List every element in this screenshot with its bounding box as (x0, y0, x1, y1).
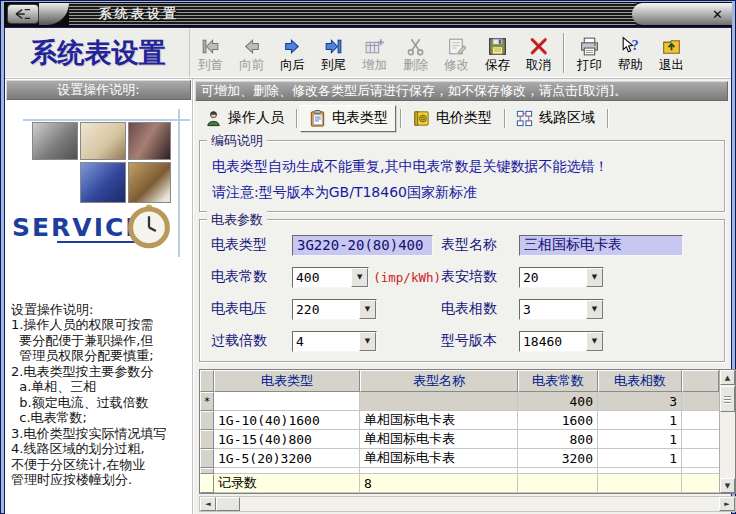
horizontal-scroll-track[interactable] (240, 497, 719, 511)
toolbar: 系统表设置 到首 向前 向后 (5, 28, 731, 79)
cell-filler (682, 430, 719, 449)
cell-model-name[interactable] (360, 392, 518, 411)
instruction-line: 管理时应按楼幢划分. (11, 472, 192, 488)
row-selector[interactable] (200, 430, 214, 449)
main-panel: 可增加、删除、修改各类型后请进行保存，如不保存修改，请点击[取消]。 操作人员 … (193, 79, 731, 514)
scroll-down-icon[interactable]: ▼ (720, 478, 735, 493)
instruction-line: 不便于分区统计,在物业 (11, 457, 192, 473)
meter-type-icon (308, 109, 327, 128)
last-icon (322, 35, 345, 58)
vertical-scrollbar[interactable]: ▲ ▼ (719, 370, 735, 493)
cell-constant[interactable]: 800 (518, 430, 598, 449)
grid-footer-row: 记录数 8 (200, 474, 719, 493)
phases-combo-arrow-icon[interactable]: ▼ (586, 300, 603, 319)
row-selector[interactable]: * (200, 392, 214, 411)
cell-filler (682, 449, 719, 468)
tab-button[interactable]: 电价类型 (405, 106, 499, 131)
toolbar-button[interactable]: ? 帮助 (610, 34, 651, 73)
toolbar-button[interactable]: 增加 (354, 34, 395, 73)
cell-constant[interactable]: 3200 (518, 449, 598, 468)
voltage-combo-arrow-icon[interactable]: ▼ (359, 300, 376, 319)
cell-phases[interactable]: 1 (598, 449, 682, 468)
table-row[interactable]: * 400 3 (200, 392, 719, 411)
toolbar-button-label: 到首 (198, 58, 223, 72)
cell-meter-type[interactable] (214, 392, 360, 411)
cell-filler (682, 392, 719, 411)
toolbar-button[interactable]: 保存 (477, 34, 518, 73)
line-area-icon (515, 109, 534, 128)
help-icon: ? (619, 35, 642, 58)
toolbar-nav-buttons: 到首 向前 向后 到尾 (190, 34, 559, 73)
cell-phases[interactable]: 1 (598, 411, 682, 430)
toolbar-button[interactable]: 打印 (569, 34, 610, 73)
toolbar-button[interactable]: 退出 (651, 34, 692, 73)
delete-icon (404, 35, 427, 58)
constant-combo[interactable]: 400 ▼ (292, 267, 369, 288)
row-selector[interactable] (200, 411, 214, 430)
phases-combo[interactable]: 3 ▼ (519, 299, 604, 320)
toolbar-button[interactable]: 修改 (436, 34, 477, 73)
ampere-combo[interactable]: 20 ▼ (519, 267, 604, 288)
table-row[interactable]: 1G-10(40)1600 单相国标电卡表 1600 1 (200, 411, 719, 430)
grid-rows: * 400 3 1G-10(40)1600 (200, 392, 719, 468)
toolbar-button[interactable]: 取消 (518, 34, 559, 73)
constant-label: 电表常数 (211, 268, 292, 286)
overload-combo-arrow-icon[interactable]: ▼ (359, 332, 376, 351)
cell-phases[interactable]: 3 (598, 392, 682, 411)
cell-model-name[interactable]: 单相国标电卡表 (360, 449, 518, 468)
tab-label: 线路区域 (539, 109, 595, 127)
coding-groupbox: 编码说明 电表类型自动生成不能重复,其中电表常数是关键数据不能选错！ 请注意:型… (199, 140, 725, 212)
collage-hline (23, 119, 190, 121)
titlebar-swoosh (39, 3, 69, 25)
cell-constant[interactable]: 400 (518, 392, 598, 411)
scroll-left-icon[interactable]: ◄ (200, 497, 216, 511)
cell-model-name[interactable]: 单相国标电卡表 (360, 411, 518, 430)
cell-meter-type[interactable]: 1G-15(40)800 (214, 430, 360, 449)
version-combo[interactable]: 18460 ▼ (519, 331, 604, 352)
titlebar: 系统表设置 ✕ (4, 2, 732, 27)
horizontal-scroll-thumb[interactable] (216, 497, 240, 511)
model-name-field[interactable]: 三相国标电卡表 (519, 235, 683, 256)
ampere-combo-arrow-icon[interactable]: ▼ (586, 268, 603, 287)
constant-unit-label: (imp/kWh) (373, 270, 441, 285)
vertical-scroll-thumb[interactable] (720, 386, 735, 412)
vertical-scroll-track[interactable] (720, 412, 735, 478)
toolbar-button-label: 帮助 (618, 58, 643, 72)
voltage-combo[interactable]: 220 ▼ (292, 299, 377, 320)
tab-button[interactable]: 线路区域 (508, 106, 602, 131)
toolbar-button[interactable]: 到首 (190, 34, 231, 73)
coding-group-title: 编码说明 (207, 132, 267, 150)
add-icon (363, 35, 386, 58)
photo-collage: SERVICE (5, 101, 192, 251)
toolbar-button-label: 取消 (526, 58, 551, 72)
exit-icon (660, 35, 683, 58)
instruction-line: c.电表常数; (11, 410, 192, 426)
operator-icon (204, 109, 223, 128)
version-combo-arrow-icon[interactable]: ▼ (586, 332, 603, 351)
table-row[interactable]: 1G-5(20)3200 单相国标电卡表 3200 1 (200, 449, 719, 468)
cell-model-name[interactable]: 单相国标电卡表 (360, 430, 518, 449)
constant-combo-arrow-icon[interactable]: ▼ (351, 268, 368, 287)
ampere-label: 表安培数 (441, 268, 519, 286)
tab-button[interactable]: 电表类型 (300, 105, 396, 132)
cell-constant[interactable]: 1600 (518, 411, 598, 430)
toolbar-button[interactable]: 向后 (272, 34, 313, 73)
toolbar-button[interactable]: 到尾 (313, 34, 354, 73)
meter-type-field[interactable]: 3G220-20(80)400 (292, 235, 433, 256)
cell-phases[interactable]: 1 (598, 430, 682, 449)
tab-label: 电表类型 (332, 109, 388, 127)
grid-header-name: 表型名称 (360, 370, 518, 392)
horizontal-scrollbar[interactable]: ◄ ► (199, 496, 736, 512)
table-row[interactable]: 1G-15(40)800 单相国标电卡表 800 1 (200, 430, 719, 449)
toolbar-button[interactable]: 向前 (231, 34, 272, 73)
overload-combo[interactable]: 4 ▼ (292, 331, 377, 352)
row-selector[interactable] (200, 449, 214, 468)
cell-meter-type[interactable]: 1G-10(40)1600 (214, 411, 360, 430)
tab-button[interactable]: 操作人员 (197, 106, 291, 131)
close-button[interactable]: ✕ (712, 8, 723, 21)
instruction-line: b.额定电流、过载倍数 (11, 395, 192, 411)
scroll-right-icon[interactable]: ► (719, 497, 735, 511)
toolbar-button[interactable]: 删除 (395, 34, 436, 73)
cell-meter-type[interactable]: 1G-5(20)3200 (214, 449, 360, 468)
scroll-up-icon[interactable]: ▲ (720, 370, 735, 385)
